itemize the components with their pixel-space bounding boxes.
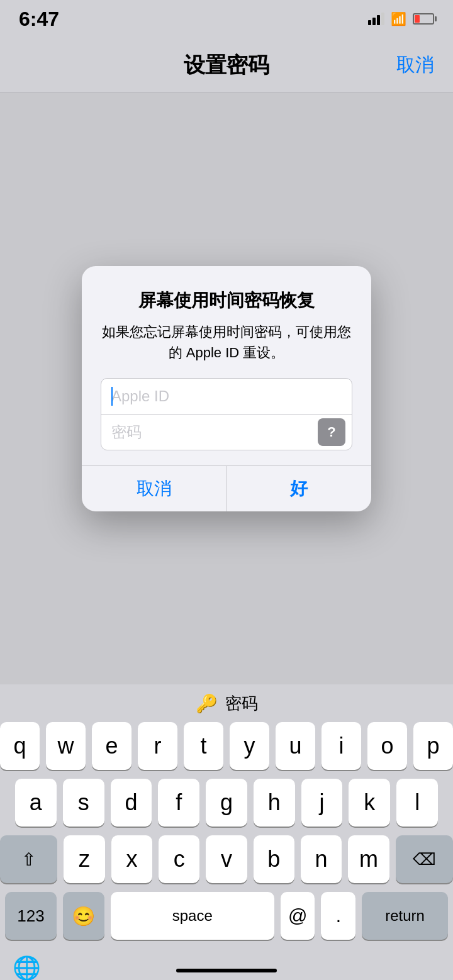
signal-icon: [368, 13, 384, 25]
key-k[interactable]: k: [349, 779, 390, 827]
key-j[interactable]: j: [301, 779, 343, 827]
dialog-body: 屏幕使用时间密码恢复 如果您忘记屏幕使用时间密码，可使用您的 Apple ID …: [82, 266, 371, 465]
dialog: 屏幕使用时间密码恢复 如果您忘记屏幕使用时间密码，可使用您的 Apple ID …: [82, 266, 371, 511]
text-cursor: [111, 387, 113, 406]
dialog-buttons: 取消 好: [82, 465, 371, 511]
shift-key[interactable]: ⇧: [0, 835, 57, 883]
dialog-title: 屏幕使用时间密码恢复: [101, 289, 352, 313]
delete-key[interactable]: ⌫: [396, 835, 453, 883]
keyboard-footer: 🌐: [0, 949, 453, 980]
status-bar: 6:47 📶: [0, 0, 453, 38]
keyboard-row-3: ⇧ z x c v b n m ⌫: [0, 835, 453, 883]
keyboard-area: 🔑 密码 q w e r t y u i o p a s d f g h j k…: [0, 684, 453, 980]
key-l[interactable]: l: [396, 779, 438, 827]
key-x[interactable]: x: [111, 835, 152, 883]
space-key[interactable]: space: [111, 892, 274, 940]
home-bar: [176, 969, 277, 972]
password-input-row: ?: [101, 414, 352, 450]
key-u[interactable]: u: [276, 722, 315, 770]
key-t[interactable]: t: [184, 722, 223, 770]
key-y[interactable]: y: [230, 722, 269, 770]
nav-cancel-button[interactable]: 取消: [396, 52, 434, 78]
wifi-icon: 📶: [391, 11, 406, 26]
apple-id-input[interactable]: [101, 379, 352, 414]
key-d[interactable]: d: [111, 779, 152, 827]
key-r[interactable]: r: [138, 722, 177, 770]
key-g[interactable]: g: [206, 779, 247, 827]
password-input[interactable]: [101, 415, 318, 450]
keyboard-header: 🔑 密码: [0, 684, 453, 722]
status-time: 6:47: [19, 8, 59, 31]
keyboard-row-4: 123 😊 space @ . return: [0, 892, 453, 940]
key-icon: 🔑: [196, 693, 218, 714]
key-h[interactable]: h: [254, 779, 295, 827]
dialog-inputs: ?: [101, 378, 352, 450]
key-z[interactable]: z: [64, 835, 104, 883]
key-w[interactable]: w: [46, 722, 86, 770]
main-area: 屏幕使用时间密码恢复 如果您忘记屏幕使用时间密码，可使用您的 Apple ID …: [0, 93, 453, 684]
key-c[interactable]: c: [159, 835, 199, 883]
key-n[interactable]: n: [301, 835, 342, 883]
key-m[interactable]: m: [348, 835, 389, 883]
key-v[interactable]: v: [206, 835, 247, 883]
nav-bar: 设置密码 取消: [0, 38, 453, 93]
battery-icon: [413, 13, 434, 25]
keyboard-row-2: a s d f g h j k l: [0, 779, 453, 827]
key-b[interactable]: b: [254, 835, 294, 883]
globe-key[interactable]: 🌐: [13, 955, 41, 980]
key-p[interactable]: p: [413, 722, 453, 770]
nav-title: 设置密码: [184, 51, 269, 80]
numbers-key[interactable]: 123: [5, 892, 57, 940]
emoji-key[interactable]: 😊: [63, 892, 104, 940]
key-s[interactable]: s: [63, 779, 104, 827]
key-a[interactable]: a: [15, 779, 57, 827]
keyboard-row-1: q w e r t y u i o p: [0, 722, 453, 770]
key-e[interactable]: e: [92, 722, 131, 770]
key-o[interactable]: o: [367, 722, 407, 770]
key-q[interactable]: q: [0, 722, 40, 770]
status-icons: 📶: [368, 11, 434, 26]
key-f[interactable]: f: [158, 779, 199, 827]
password-help-button[interactable]: ?: [318, 418, 345, 446]
keyboard-label: 密码: [225, 693, 258, 715]
dialog-message: 如果您忘记屏幕使用时间密码，可使用您的 Apple ID 重设。: [101, 321, 352, 363]
key-i[interactable]: i: [322, 722, 361, 770]
dot-key[interactable]: .: [321, 892, 355, 940]
dialog-ok-button[interactable]: 好: [227, 466, 372, 511]
dialog-cancel-button[interactable]: 取消: [82, 466, 226, 511]
at-key[interactable]: @: [281, 892, 315, 940]
return-key[interactable]: return: [362, 892, 448, 940]
